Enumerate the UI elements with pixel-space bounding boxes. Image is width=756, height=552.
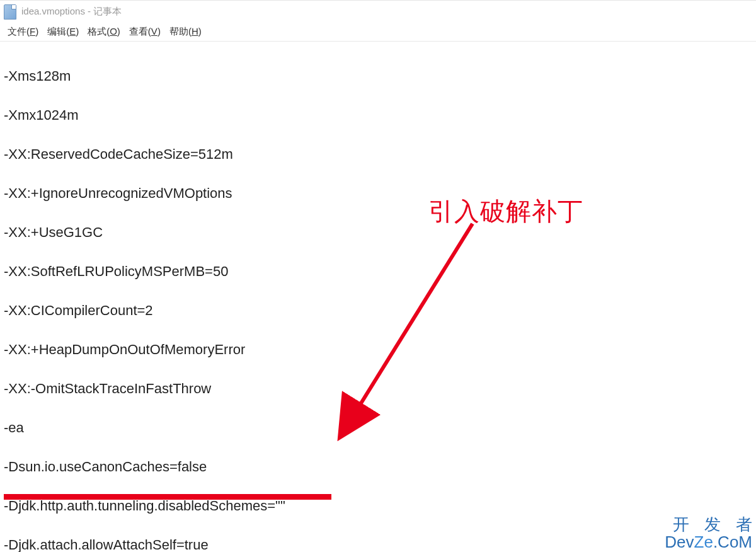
content-line: -XX:ReservedCodeCacheSize=512m [4, 144, 752, 164]
menu-help[interactable]: 帮助(H) [166, 25, 205, 39]
content-line: -XX:CICompilerCount=2 [4, 301, 752, 320]
annotation-underline [4, 494, 331, 500]
content-line: -XX:SoftRefLRUPolicyMSPerMB=50 [4, 262, 752, 281]
title-sep: - [85, 6, 93, 16]
content-line: -Xmx1024m [4, 105, 752, 125]
notepad-icon [4, 4, 16, 20]
menu-format[interactable]: 格式(O) [84, 25, 124, 39]
title-filename: idea.vmoptions [21, 6, 85, 16]
content-line: -XX:+UseG1GC [4, 222, 752, 242]
watermark-line2: DevZe.CoM [665, 534, 752, 551]
content-line: -Xms128m [4, 66, 752, 86]
window-title: idea.vmoptions - 记事本 [21, 6, 122, 18]
content-line: -XX:+IgnoreUnrecognizedVMOptions [4, 183, 752, 203]
editor-content[interactable]: -Xms128m -Xmx1024m -XX:ReservedCodeCache… [0, 42, 756, 552]
title-appname: 记事本 [93, 6, 122, 16]
menu-view[interactable]: 查看(V) [125, 25, 164, 39]
content-line: -Dsun.io.useCanonCaches=false [4, 457, 752, 476]
menu-edit[interactable]: 编辑(E) [43, 25, 83, 39]
menu-file[interactable]: 文件(F) [4, 25, 42, 39]
content-line: -XX:+HeapDumpOnOutOfMemoryError [4, 340, 752, 359]
content-line: -ea [4, 418, 752, 437]
content-line: -Djdk.attach.allowAttachSelf=true [4, 535, 752, 552]
watermark-line1: 开发者 [665, 516, 756, 533]
watermark: 开发者 DevZe.CoM [665, 516, 752, 551]
annotation-text: 引入破解补丁 [428, 194, 583, 229]
menu-bar: 文件(F) 编辑(E) 格式(O) 查看(V) 帮助(H) [0, 23, 756, 42]
content-line: -XX:-OmitStackTraceInFastThrow [4, 379, 752, 398]
title-bar: idea.vmoptions - 记事本 [0, 0, 756, 23]
